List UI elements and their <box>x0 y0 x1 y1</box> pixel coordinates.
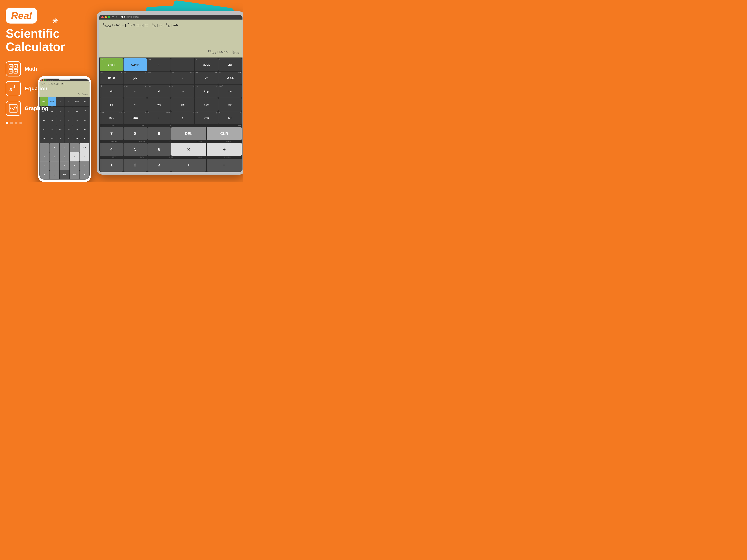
9-label: 9 <box>158 131 160 136</box>
minus-button[interactable]: − <box>207 159 242 172</box>
phone-6[interactable]: 6 <box>59 152 69 161</box>
rparen-label: ) <box>182 117 183 119</box>
phone-dms[interactable]: °'" <box>48 125 56 134</box>
xy-button[interactable]: Sin⁻¹ xʸ d <box>171 85 194 98</box>
phone-7[interactable]: 7 <box>40 143 50 152</box>
phone-2[interactable]: 2 <box>50 161 59 170</box>
right-arrow-button[interactable]: → <box>171 58 194 71</box>
phone-plus[interactable]: + <box>70 161 79 170</box>
equation-icon-box: x 2 <box>6 81 21 96</box>
ln-label: Ln <box>229 90 232 93</box>
2nd-button[interactable]: Σ Π 2nd <box>218 58 242 71</box>
phone-0[interactable]: 0 <box>40 171 50 179</box>
phone-1[interactable]: 1 <box>40 161 50 170</box>
phone-5[interactable]: 5 <box>50 152 59 161</box>
down-arrow-button[interactable]: y√x ↓ HEX <box>171 72 194 84</box>
phone-ans[interactable]: Ans <box>70 171 79 179</box>
phone-exp[interactable]: Exp <box>59 171 69 179</box>
phone-neg[interactable]: (-) <box>40 125 48 134</box>
phone-cos[interactable]: Cos <box>73 125 81 134</box>
phone-logax[interactable]: Logax <box>81 107 89 116</box>
phone-hyp[interactable]: hyp <box>56 125 65 134</box>
phone-eng[interactable]: ENG <box>48 134 56 143</box>
multiply-label: × <box>187 146 190 152</box>
sin-button[interactable]: Sin <box>171 98 194 111</box>
phone-rparen[interactable]: ) <box>65 134 73 143</box>
close-btn[interactable] <box>101 16 104 18</box>
xinv-sub-right: BIN <box>215 72 217 74</box>
phone-del[interactable]: DEL <box>70 143 79 152</box>
clr-button[interactable]: CLR <box>207 127 242 140</box>
phone-std[interactable]: S⇌D <box>73 134 81 143</box>
integral-button[interactable]: ³√x ∫dx x³ <box>124 72 147 84</box>
6-button[interactable]: 6 <box>148 143 171 156</box>
up-arrow-button[interactable]: DEC ↑ <box>147 72 171 84</box>
phone-2nd[interactable]: 2nd <box>81 97 89 106</box>
9-button[interactable]: 9 <box>148 127 171 140</box>
left-arrow-button[interactable]: d/dx ← : <box>147 58 171 71</box>
mode-math[interactable]: MATH <box>126 16 132 18</box>
minimize-btn[interactable] <box>105 16 107 18</box>
maximize-btn[interactable] <box>108 16 110 18</box>
minus-label: − <box>223 162 225 168</box>
clrall-sub: CLR All <box>213 125 242 126</box>
phone-rcl[interactable]: RCL <box>40 134 48 143</box>
sqrt-sub: FACT <box>124 85 128 87</box>
3-button[interactable]: 3 <box>148 159 171 172</box>
phone-9[interactable]: 9 <box>59 143 69 152</box>
dms-button[interactable]: °'" <box>124 98 147 111</box>
8-button[interactable]: 8 <box>124 127 147 140</box>
multiply-button[interactable]: × <box>171 143 206 156</box>
divide-button[interactable]: ÷ <box>207 143 242 156</box>
phone-lparen[interactable]: ( <box>56 134 65 143</box>
phone-8[interactable]: 8 <box>50 143 59 152</box>
ab-button[interactable]: ∠ a/b a <box>100 85 123 98</box>
stat-sub: STAT <box>100 156 128 158</box>
std-button[interactable]: aᵇ/c S⇌D y <box>195 111 218 124</box>
calc-button[interactable]: mod CALC ÷R <box>100 72 123 84</box>
mode-frac[interactable]: FRAC <box>133 16 139 18</box>
cos-button[interactable]: Cos <box>195 98 218 111</box>
x2-button[interactable]: Abs x² c <box>147 85 171 98</box>
log-sub-right: e <box>216 85 217 87</box>
mplus-button[interactable]: M- M+ m <box>218 111 242 124</box>
phone-4[interactable]: 4 <box>40 152 50 161</box>
ln-button[interactable]: Tan⁻¹ Ln f <box>218 85 242 98</box>
7-button[interactable]: 7 <box>100 127 123 140</box>
tablet-screen: ☰ Σ DEG MATH FRAC 1⁄2−66 + 66√8 − ∫12 [x… <box>99 15 242 172</box>
phone-sin[interactable]: Sin <box>65 125 73 134</box>
phone-dot[interactable]: . <box>50 171 59 179</box>
eng-button[interactable]: i ENG Cot <box>124 111 147 124</box>
shift-button[interactable]: SOLVE SHIFT = <box>100 58 123 71</box>
1-button[interactable]: 1 <box>100 159 123 172</box>
rparen-button[interactable]: , ) x <box>171 111 194 124</box>
mode-button[interactable]: x! MODE <box>195 58 218 71</box>
del-button[interactable]: DEL <box>171 127 206 140</box>
alpha-button[interactable]: ALPHA <box>124 58 147 71</box>
phone-mplus[interactable]: M+ <box>81 134 89 143</box>
phone-ln[interactable]: Ln <box>81 116 89 125</box>
logax-button[interactable]: eˣ Logax OCT <box>218 72 242 84</box>
phone-equals[interactable]: = <box>79 171 89 179</box>
sqrt-button[interactable]: FACT √x b <box>124 85 147 98</box>
toolbar-menu-icon[interactable]: ☰ <box>112 16 114 18</box>
phone-div[interactable]: ÷ <box>79 152 89 161</box>
phone-tan[interactable]: Tan <box>81 125 89 134</box>
mode-deg[interactable]: DEG <box>121 16 125 18</box>
tan-button[interactable]: Tan <box>218 98 242 111</box>
phone-3[interactable]: 3 <box>59 161 69 170</box>
x-inverse-button[interactable]: 10ˣ x⁻¹ BIN <box>195 72 218 84</box>
4-button[interactable]: 4 <box>100 143 123 156</box>
phone-mult[interactable]: × <box>70 152 79 161</box>
rcl-button[interactable]: STO RCL CLRv <box>100 111 123 124</box>
btn-row-4: (-) °'" hyp Sin Cos Tan <box>100 98 242 111</box>
5-button[interactable]: 5 <box>124 143 147 156</box>
2-button[interactable]: 2 <box>124 159 147 172</box>
neg-button[interactable]: (-) <box>100 98 123 111</box>
phone-clr[interactable]: CLR <box>79 143 89 152</box>
hyp-button[interactable]: hyp <box>147 98 171 111</box>
lparen-button[interactable]: % ( Cot⁻¹ <box>147 111 171 124</box>
plus-button[interactable]: + <box>171 159 206 172</box>
phone-minus[interactable]: − <box>79 161 89 170</box>
log-button[interactable]: Cos⁻¹ Log e <box>195 85 218 98</box>
